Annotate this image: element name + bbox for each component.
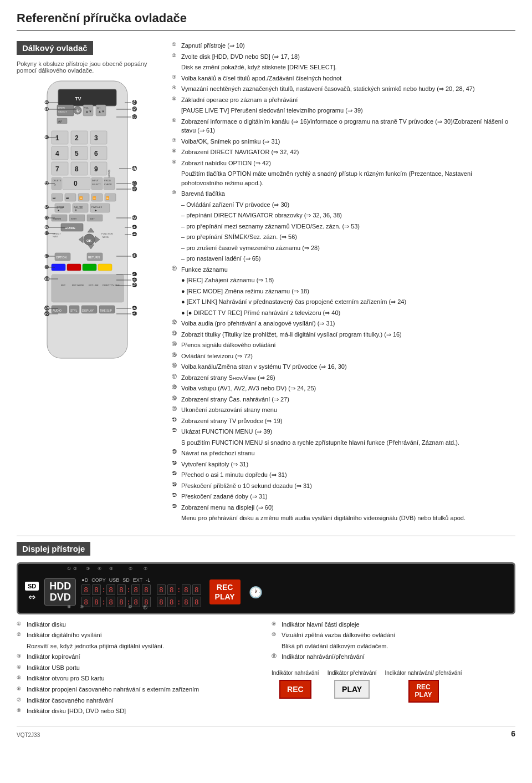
info-item-2: ② Zvolte disk [HDD, DVD nebo SD] (⇒ 17, … [172,52,515,62]
svg-text:⑫: ⑫ [44,306,50,311]
svg-text:CHECK: CHECK [104,183,112,186]
svg-text:INPUT: INPUT [92,179,99,182]
note-5: ⑤Indikátor otvoru pro SD kartu [17,674,260,684]
note-7: ⑦Indikátor časovaného nahrávání [17,696,260,706]
seg-d10: 8 [192,584,201,595]
display-usb-label: USB [109,577,120,583]
info-item-23: ㉓ Návrat na předchozí stranu [172,449,515,458]
svg-text:㉕: ㉕ [132,277,137,283]
note-11: ⑪Indikátor nahrávání/přehrávání [272,652,515,662]
svg-text:④: ④ [44,181,49,186]
display-sd-label: SD [122,577,130,583]
seg-colon2: : [127,586,130,594]
display-notes-section: ①Indikátor disku ②Indikátor digitálního … [17,620,515,718]
svg-text:▲▼: ▲▼ [85,110,92,113]
svg-text:TV: TV [75,96,81,101]
svg-text:⑭: ⑭ [132,100,137,105]
svg-text:REC: REC [61,284,66,287]
info-item-13: ⑬ Zobrazit titulky (Titulky lze prohlíže… [172,330,515,339]
seg-d7: 8 [157,584,166,595]
svg-text:⑦: ⑦ [44,225,49,230]
info-item-1: ① Zapnutí přístroje (⇒ 10) [172,41,515,50]
remote-control-image: TV ⏻ VOL ▲▼ CH ▲▼ DRIVE SELECT [30,78,147,368]
svg-text:⑳: ⑳ [132,215,137,221]
info-item-28b: Menu pro přehrávání disku a změnu multi … [172,513,515,523]
svg-text:⑱: ⑱ [132,181,137,186]
display-section: Displej přístroje ① ② ③ ④ ⑤ ⑥ ⑦ SD ⇔ [17,536,515,718]
svg-rect-20 [90,131,107,144]
svg-text:⏮: ⏮ [53,196,55,200]
display-copy-label: COPY [91,577,106,583]
display-inner: SD ⇔ HDD DVD ●D COPY USB SD EXT [25,577,507,607]
svg-text:▶: ▶ [95,209,97,212]
svg-text:㉗: ㉗ [132,306,137,311]
remote-section-header: Dálkový ovladač [17,41,93,55]
display-dvd: DVD [49,592,71,603]
info-item-10a: – Ovládání zařízení TV průvodce (⇒ 30) [172,200,515,210]
svg-text:DIRECT TV REC: DIRECT TV REC [103,284,120,287]
svg-rect-91 [52,274,124,302]
svg-text:6: 6 [94,150,98,157]
info-item-14: ⑭ Přenos signálu dálkového ovládání [172,340,515,350]
display-num-10: ⑩ [128,604,132,611]
info-item-2b: Disk se změní pokaždé, když stisknete [D… [172,63,515,72]
display-panel: ① ② ③ ④ ⑤ ⑥ ⑦ SD ⇔ HDD DVD [17,562,515,614]
info-item-25: ㉕ Přechod o asi 1 minutu dopředu (⇒ 31) [172,470,515,480]
svg-text:DELETE: DELETE [53,179,62,182]
svg-rect-89 [83,264,96,271]
svg-text:VOL: VOL [84,106,89,109]
note-2: ②Indikátor digitálního vysílání [17,631,260,640]
seg2-d10: 8 [192,597,201,607]
svg-text:STBY: STBY [71,217,77,220]
info-item-5: ⑤ Základní operace pro záznam a přehrává… [172,95,515,105]
svg-text:NAVI: NAVI [53,235,58,238]
seg-d8: 8 [167,584,176,595]
info-item-28: ㉘ Zobrazení menu na displeji (⇒ 60) [172,503,515,512]
display-minus-label: -L [146,577,150,583]
svg-rect-32 [90,162,107,175]
display-num-labels-bottom: ⑧ ⑨ ⑩ ⑪ [67,604,147,611]
info-item-9b: Použitím tlačítka OPTION máte umožněn ry… [172,169,515,187]
note-3: ③Indikátor kopírování [17,652,260,662]
svg-text:OPTION: OPTION [56,256,67,259]
info-column: ① Zapnutí přístroje (⇒ 10) ② Zvolte disk… [172,41,515,525]
legend-rec-play-label: Indikátor nahrávání/ přehrávání [385,669,462,678]
seg-d5: 8 [131,584,140,595]
info-item-16: ⑯ Volba kanálu/Změna stran v systému TV … [172,362,515,372]
display-icons-row: ●D COPY USB SD EXT -L [81,577,201,583]
svg-text:⏩: ⏩ [79,196,83,200]
info-item-9: ⑨ Zobrazit nabídku OPTION (⇒ 42) [172,159,515,168]
note-10: ⑩Vizuální zpětná vazba dálkového ovládán… [272,631,515,640]
svg-text:⑩: ⑩ [44,265,49,270]
display-hdd: HDD [49,581,71,592]
svg-text:②: ② [44,100,49,105]
svg-text:⑤: ⑤ [44,205,49,210]
svg-text:⑬: ⑬ [44,311,50,317]
info-item-11: ⑪ Funkce záznamu [172,265,515,274]
remote-column: Dálkový ovladač Pokyny k obsluze přístro… [17,41,161,525]
info-item-4: ④ Vymazání nechtěných zaznačených titulů… [172,84,515,94]
display-arrow-icon: ⇔ [28,592,35,602]
svg-text:⑧: ⑧ [44,231,49,236]
notes-list-right: ⑨Indikátor hlavní části displeje ⑩Vizuál… [272,620,515,662]
svg-text:▲▼: ▲▼ [98,110,105,113]
remote-svg: TV ⏻ VOL ▲▼ CH ▲▼ DRIVE SELECT [30,78,147,367]
svg-text:7: 7 [55,165,59,173]
info-item-18: ⑱ Volba vstupu (AV1, AV2, AV3 nebo DV) (… [172,384,515,393]
seg2-d7: 8 [157,597,166,607]
display-rec-play: REC PLAY [209,579,241,605]
display-play-text: PLAY [215,592,235,602]
svg-text:DRIVE: DRIVE [58,106,65,109]
svg-text:⑮: ⑮ [132,106,137,112]
note-2b: Rozsvítí se, když jednotka přijímá digit… [17,642,260,652]
legend-play-box: PLAY [334,680,370,699]
info-item-3: ③ Volba kanálů a čísel titulů apod./Zadá… [172,74,515,83]
info-item-24: ㉔ Vytvoření kapitoly (⇒ 31) [172,460,515,469]
svg-rect-24 [71,146,88,160]
seg-d2: 8 [92,584,101,595]
info-item-10e: – pro zrušení časově vymezeného záznamu … [172,243,515,253]
legend-rec-play-box: REC PLAY [408,680,439,703]
display-num-8: ⑧ [67,604,71,611]
legend-playback-label: Indikátor přehrávání [328,669,377,678]
display-num-6: ⑥ [129,566,132,571]
